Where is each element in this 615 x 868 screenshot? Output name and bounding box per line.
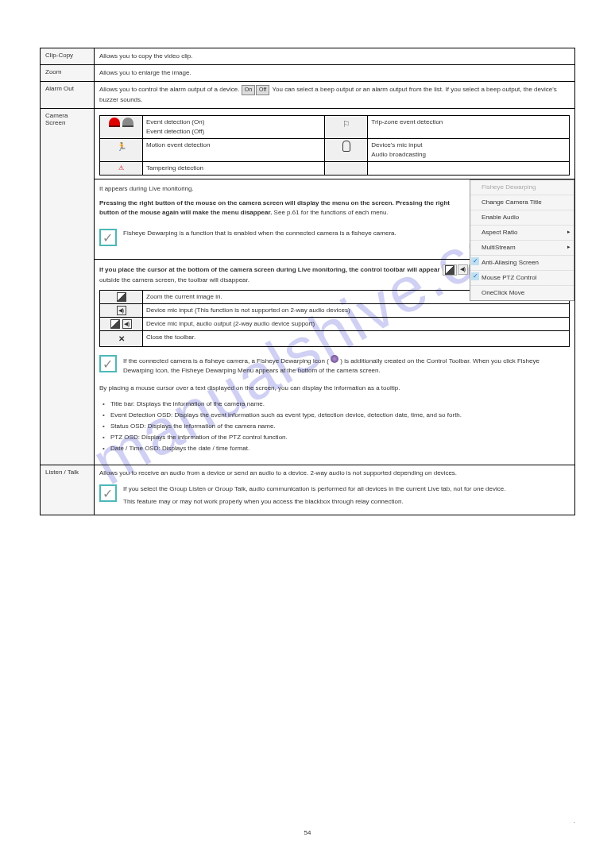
fisheye-note: Fisheye Dewarping is a function that is … (123, 229, 396, 238)
audio-broadcast-text: Audio broadcasting (371, 151, 426, 158)
off-button[interactable]: Off (256, 85, 269, 95)
listen-talk-note1: If you select the Group Listen or Group … (123, 484, 505, 494)
fisheye-toolbar-note-a: If the connected camera is a fisheye cam… (123, 357, 329, 365)
zoom-in-icon (100, 290, 143, 303)
row-label-camera-screen: Camera Screen (41, 108, 95, 465)
dome-red-gray-icon (100, 115, 143, 138)
on-button[interactable]: On (242, 85, 255, 95)
menu-enable-audio[interactable]: Enable Audio (470, 210, 574, 226)
two-way-audio-icon: ◀) (100, 317, 143, 330)
tampering-text: Tampering detection (143, 161, 325, 175)
toolbar-audio-icon[interactable]: ◀) (458, 264, 468, 275)
close-toolbar-text: Close the toolbar. (143, 330, 570, 346)
two-way-audio-text: Device mic input, audio output (2-way au… (143, 317, 570, 330)
bullet-title-bar: Title bar: Displays the information of t… (102, 399, 570, 409)
menu-anti-aliasing[interactable]: ✓Anti-Aliasing Screen (470, 256, 574, 271)
motion-text: Motion event detection (143, 138, 325, 161)
menu-multistream[interactable]: MultiStream (470, 241, 574, 256)
tooltip-paragraph: By placing a mouse cursor over a text di… (99, 384, 570, 393)
mic-input-icon: ◀) (100, 303, 143, 317)
menu-aspect-ratio[interactable]: Aspect Ratio (470, 226, 574, 241)
note-check-icon (99, 229, 117, 246)
row-label-zoom: Zoom (41, 65, 95, 82)
bullet-event-osd: Event Detection OSD: Displays the event … (102, 411, 570, 420)
mic-input-row-text: Device mic input (This function is not s… (143, 303, 570, 317)
bullet-ptz-osd: PTZ OSD: Displays the information of the… (102, 433, 570, 442)
note-check-icon-3 (99, 484, 117, 502)
mic-icon (325, 138, 368, 161)
motion-icon: 🏃 (100, 138, 143, 161)
menu-oneclick-move[interactable]: OneClick Move (470, 286, 574, 300)
event-on-text: Event detection (On) (146, 118, 204, 125)
bullet-datetime-osd: Date / Time OSD: Displays the date / tim… (102, 444, 570, 453)
menu-change-camera-title[interactable]: Change Camera Title (470, 195, 574, 210)
footer-period: . (574, 817, 575, 824)
menu-fisheye-dewarping[interactable]: Fisheye Dewarping (470, 180, 574, 195)
trip-zone-text: Trip-zone event detection (368, 115, 570, 138)
note-check-icon-2 (99, 355, 117, 372)
bullet-status-osd: Status OSD: Displays the information of … (102, 422, 570, 431)
row-content-alarm-out: Allows you to control the alarm output o… (95, 82, 575, 109)
listen-talk-text: Allows you to receive an audio from a de… (99, 469, 570, 478)
toolbar-text-a: If you place the cursor at the bottom of… (99, 265, 442, 272)
alarm-out-text-before: Allows you to control the alarm output o… (99, 86, 242, 93)
camera-screen-p1: It appears during Live monitoring. (99, 184, 458, 194)
fisheye-dewarp-icon (331, 355, 338, 363)
row-content-zoom: Allows you to enlarge the image. (95, 65, 575, 82)
row-content-clip-copy: Allows you to copy the video clip. (95, 48, 575, 65)
camera-screen-p2b: See p.61 for the functions of each menu. (274, 209, 389, 216)
event-icon-table: Event detection (On) Event detection (Of… (99, 115, 570, 176)
row-label-listen-talk: Listen / Talk (41, 465, 95, 515)
feature-table: Clip-Copy Allows you to copy the video c… (40, 48, 575, 515)
tampering-icon: ⚠ (100, 161, 143, 175)
trip-zone-icon: ⚐ (325, 115, 368, 138)
mic-input-text: Device's mic input (371, 141, 422, 149)
osd-bullet-list: Title bar: Displays the information of t… (99, 399, 570, 453)
page-number: 54 (0, 829, 615, 836)
context-menu[interactable]: Fisheye Dewarping Change Camera Title En… (470, 179, 574, 301)
close-toolbar-icon: ✕ (100, 330, 143, 346)
menu-mouse-ptz[interactable]: ✓Mouse PTZ Control (470, 271, 574, 286)
toolbar-zoom-icon[interactable] (443, 264, 457, 276)
row-label-clip-copy: Clip-Copy (41, 48, 95, 65)
row-label-alarm-out: Alarm Out (41, 82, 95, 109)
listen-talk-note2: This feature may or may not work properl… (123, 497, 505, 507)
event-off-text: Event detection (Off) (146, 128, 204, 135)
